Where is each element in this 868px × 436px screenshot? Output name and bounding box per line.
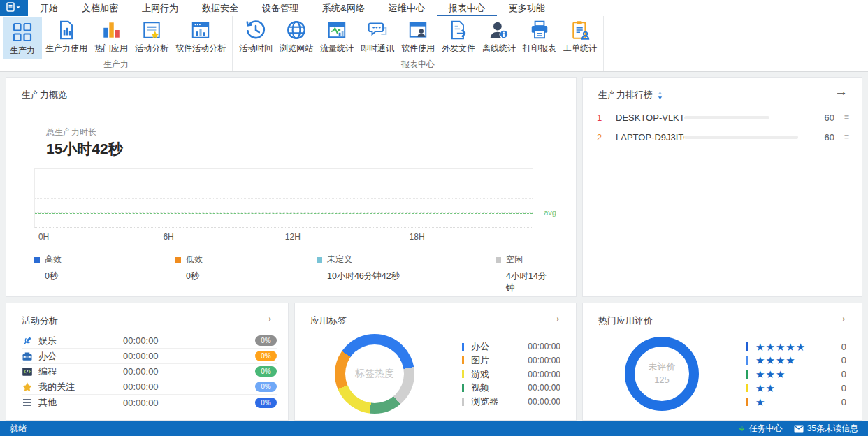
open-ranking-arrow[interactable]: → [834, 85, 848, 98]
tag-heat-donut-chart: 标签热度 [335, 334, 414, 414]
ribbon-button-0-3[interactable]: 活动分析 [131, 17, 172, 59]
x-tick-12H: 12H [285, 232, 301, 242]
ribbon-button-1-3[interactable]: 即时通讯 [357, 17, 398, 59]
tag-legend-row-4[interactable]: 浏览器00:00:00 [462, 395, 560, 408]
x-tick-18H: 18H [410, 232, 425, 242]
sort-icon[interactable] [657, 91, 663, 100]
ribbon-button-0-4[interactable]: 软件活动分析 [172, 17, 229, 59]
computer-name: DESKTOP-VLKTL... [616, 112, 684, 123]
tag-color-tick [462, 343, 464, 351]
tag-heat-center-label: 标签热度 [345, 344, 404, 403]
tag-label: 游戏 [471, 368, 489, 381]
rating-row-4star[interactable]: ★★★★0 [746, 354, 846, 367]
ribbon-group-0: 生产力生产力使用热门应用活动分析软件活动分析生产力 [0, 16, 233, 71]
rating-row-2star[interactable]: ★★0 [746, 382, 846, 394]
printer-icon [529, 20, 550, 41]
ribbon-group-label: 报表中心 [236, 59, 600, 71]
menu-tab-4[interactable]: 设备管理 [250, 0, 310, 16]
ribbon-button-label: 生产力使用 [45, 43, 87, 54]
open-activity-arrow[interactable]: → [261, 310, 274, 324]
x-tick-0H: 0H [38, 232, 49, 242]
menu-tab-6[interactable]: 运维中心 [377, 0, 437, 16]
menu-tab-7[interactable]: 报表中心 [437, 0, 497, 16]
tag-legend-row-2[interactable]: 游戏00:00:00 [462, 368, 560, 381]
ribbon-button-1-0[interactable]: 活动时间 [236, 17, 276, 59]
microphone-icon [22, 335, 33, 347]
card-productivity-ranking: 生产力排行榜 → 1DESKTOP-VLKTL...60=2LAPTOP-D9J… [582, 77, 862, 297]
clipboard-user-icon [570, 20, 591, 41]
ribbon-group-buttons-1: 活动时间浏览网站流量统计即时通讯软件使用外发文件离线统计打印报表工单统计 [236, 17, 600, 59]
ribbon-button-1-1[interactable]: 浏览网站 [276, 17, 317, 59]
ribbon-button-1-7[interactable]: 打印报表 [519, 17, 560, 59]
ribbon-button-label: 即时通讯 [361, 43, 394, 54]
task-center-button[interactable]: 任务中心 [738, 423, 783, 435]
ribbon-button-1-5[interactable]: 外发文件 [438, 17, 479, 59]
tag-time: 00:00:00 [528, 356, 560, 365]
menu-tab-1[interactable]: 文档加密 [70, 0, 130, 16]
ribbon-button-0-1[interactable]: 生产力使用 [42, 17, 91, 59]
tag-legend-row-3[interactable]: 视频00:00:00 [462, 382, 560, 394]
unread-messages-button[interactable]: 35条未读信息 [794, 423, 858, 435]
doc-star-icon [141, 20, 162, 41]
overview-legend-item-1: 低效0秒 [175, 254, 203, 282]
activity-row-0[interactable]: 娱乐00:00:000% [22, 333, 277, 349]
ribbon-toolbar: 生产力生产力使用热门应用活动分析软件活动分析生产力活动时间浏览网站流量统计即时通… [0, 16, 868, 72]
code-window-icon [22, 366, 33, 377]
activity-row-2[interactable]: 编程00:00:000% [22, 364, 277, 379]
tag-legend-row-1[interactable]: 图片00:00:00 [462, 354, 560, 367]
ribbon-button-1-2[interactable]: 流量统计 [317, 17, 357, 59]
legend-label: 高效 [45, 254, 62, 266]
app-menu-button[interactable] [0, 0, 28, 16]
activity-time: 00:00:00 [123, 351, 159, 361]
ribbon-button-label: 工单统计 [563, 43, 597, 54]
menu-tab-0[interactable]: 开始 [28, 0, 70, 16]
tag-legend-row-0[interactable]: 办公00:00:00 [462, 340, 560, 353]
activity-percent-badge: 0% [255, 335, 277, 346]
activity-row-1[interactable]: 办公00:00:000% [22, 349, 277, 364]
tag-label: 图片 [471, 354, 489, 367]
ranking-row-2[interactable]: 2LAPTOP-D9J3IT0R60= [597, 130, 851, 144]
star-rating-1: ★ [755, 397, 765, 407]
ribbon-button-label: 活动分析 [135, 43, 168, 54]
open-rating-arrow[interactable]: → [834, 310, 848, 324]
activity-percent-badge: 0% [255, 351, 277, 361]
total-productivity-label: 总生产力时长 [46, 126, 96, 138]
menu-tab-8[interactable]: 更多功能 [497, 0, 557, 16]
traffic-chart-icon [326, 20, 347, 41]
activity-row-4[interactable]: 其他00:00:000% [22, 395, 277, 410]
app-logo-icon [6, 2, 22, 15]
activity-row-3[interactable]: 我的关注00:00:000% [22, 379, 277, 395]
menu-tab-5[interactable]: 系统&网络 [310, 0, 377, 16]
open-app-tags-arrow[interactable]: → [549, 310, 562, 324]
activity-time: 00:00:00 [123, 335, 159, 346]
ranking-title: 生产力排行榜 [598, 89, 653, 101]
ranking-row-1[interactable]: 1DESKTOP-VLKTL...60= [597, 110, 851, 124]
overview-legend-item-0: 高效0秒 [34, 254, 62, 282]
rating-row-3star[interactable]: ★★★0 [746, 368, 846, 381]
menu-tab-3[interactable]: 数据安全 [190, 0, 250, 16]
activity-time: 00:00:00 [123, 398, 159, 408]
rating-row-5star[interactable]: ★★★★★0 [746, 340, 846, 353]
ribbon-button-0-0[interactable]: 生产力 [3, 17, 42, 59]
ribbon-button-0-2[interactable]: 热门应用 [91, 17, 131, 59]
score-bar [684, 136, 798, 139]
rating-title: 热门应用评价 [598, 314, 653, 327]
app-tags-title: 应用标签 [310, 314, 347, 327]
doc-chart-icon [56, 20, 77, 41]
legend-color-swatch [34, 257, 40, 263]
grid-icon [12, 22, 33, 43]
rating-row-1star[interactable]: ★0 [746, 395, 846, 408]
window-chart-icon [190, 20, 211, 41]
ribbon-button-1-8[interactable]: 工单统计 [560, 17, 600, 59]
menu-tab-2[interactable]: 上网行为 [130, 0, 190, 16]
tag-label: 浏览器 [471, 395, 498, 408]
ribbon-button-1-4[interactable]: 软件使用 [398, 17, 438, 59]
rank-number: 1 [597, 112, 607, 123]
status-bar: 就绪 任务中心 35条未读信息 [0, 421, 868, 436]
hourly-productivity-chart: avg [34, 168, 533, 228]
ribbon-button-1-6[interactable]: 离线统计 [479, 17, 519, 59]
overview-legend: 高效0秒低效0秒未定义10小时46分钟42秒空闲4小时14分钟 [34, 254, 551, 287]
star-icon [22, 382, 33, 393]
activity-label: 编程 [38, 365, 57, 378]
rating-count: 0 [841, 397, 846, 407]
